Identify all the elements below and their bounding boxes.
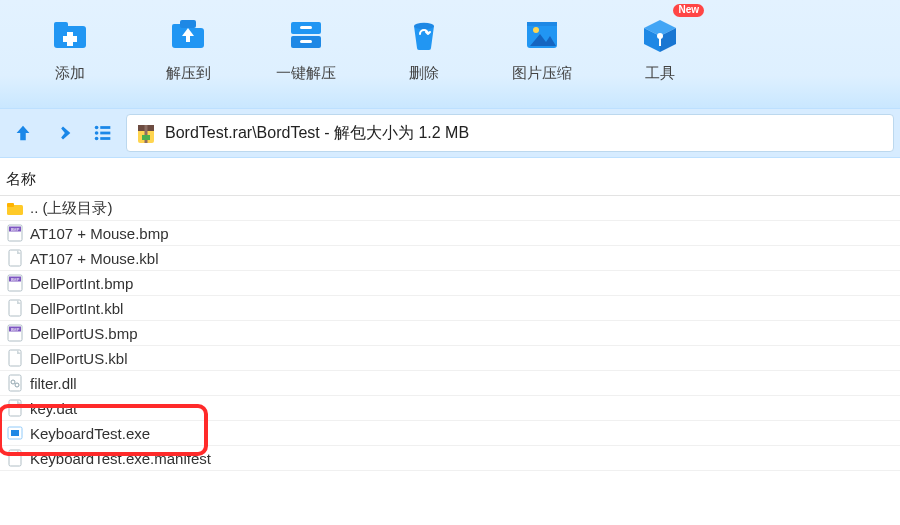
- file-list: 名称 .. (上级目录) BMP AT107 + Mouse.bmp AT107…: [0, 158, 900, 471]
- svg-rect-12: [300, 40, 312, 43]
- address-bar: BordTest.rar\BordTest - 解包大小为 1.2 MB: [0, 108, 900, 158]
- file-name: KeyboardTest.exe.manifest: [30, 450, 211, 467]
- generic-file-icon: [6, 249, 24, 267]
- toolbar-label: 一键解压: [276, 64, 336, 83]
- svg-rect-26: [100, 132, 110, 135]
- file-row[interactable]: filter.dll: [0, 371, 900, 396]
- file-row[interactable]: DellPortUS.kbl: [0, 346, 900, 371]
- generic-file-icon: [6, 399, 24, 417]
- file-row[interactable]: DellPortInt.kbl: [0, 296, 900, 321]
- archive-file-icon: [135, 122, 157, 144]
- recycle-bin-icon: [404, 14, 444, 54]
- folder-up-icon: [168, 14, 208, 54]
- file-name: filter.dll: [30, 375, 77, 392]
- svg-rect-24: [100, 126, 110, 129]
- folder-add-icon: [50, 14, 90, 54]
- toolbar-label: 添加: [55, 64, 85, 83]
- svg-text:BMP: BMP: [11, 277, 20, 282]
- image-icon: [522, 14, 562, 54]
- toolbar-oneclick-extract-button[interactable]: 一键解压: [270, 14, 342, 83]
- bmp-file-icon: BMP: [6, 324, 24, 342]
- file-name: AT107 + Mouse.bmp: [30, 225, 169, 242]
- file-row[interactable]: .. (上级目录): [0, 196, 900, 221]
- nav-up-button[interactable]: [6, 116, 40, 150]
- file-name: key.dat: [30, 400, 77, 417]
- file-name: KeyboardTest.exe: [30, 425, 150, 442]
- toolbar-label: 工具: [645, 64, 675, 83]
- generic-file-icon: [6, 349, 24, 367]
- exe-file-icon: [6, 424, 24, 442]
- file-row[interactable]: AT107 + Mouse.kbl: [0, 246, 900, 271]
- svg-point-23: [95, 126, 99, 130]
- svg-text:BMP: BMP: [11, 327, 20, 332]
- svg-point-13: [414, 23, 434, 29]
- toolbar-delete-button[interactable]: 删除: [388, 14, 460, 83]
- toolbar-tools-button[interactable]: New 工具: [624, 14, 696, 83]
- svg-point-27: [95, 137, 99, 141]
- file-name: AT107 + Mouse.kbl: [30, 250, 159, 267]
- file-row[interactable]: key.dat: [0, 396, 900, 421]
- toolbar-image-compress-button[interactable]: 图片压缩: [506, 14, 578, 83]
- generic-file-icon: [6, 449, 24, 467]
- svg-rect-28: [100, 137, 110, 140]
- svg-rect-11: [300, 26, 312, 29]
- nav-forward-button[interactable]: [46, 116, 80, 150]
- svg-rect-6: [180, 20, 196, 28]
- svg-rect-34: [7, 203, 14, 207]
- file-row[interactable]: KeyboardTest.exe.manifest: [0, 446, 900, 471]
- svg-text:BMP: BMP: [11, 227, 20, 232]
- svg-rect-17: [527, 22, 557, 26]
- svg-rect-8: [186, 34, 190, 42]
- generic-file-icon: [6, 299, 24, 317]
- bmp-file-icon: BMP: [6, 224, 24, 242]
- toolbar-label: 图片压缩: [512, 64, 572, 83]
- cube-icon: [640, 14, 680, 54]
- svg-rect-1: [54, 22, 68, 30]
- toolbar-add-button[interactable]: 添加: [34, 14, 106, 83]
- file-name: DellPortInt.bmp: [30, 275, 133, 292]
- svg-rect-22: [659, 36, 661, 46]
- file-row[interactable]: BMP DellPortInt.bmp: [0, 271, 900, 296]
- dll-file-icon: [6, 374, 24, 392]
- svg-point-25: [95, 131, 99, 135]
- toolbar-label: 删除: [409, 64, 439, 83]
- file-name: DellPortInt.kbl: [30, 300, 123, 317]
- toolbar-label: 解压到: [166, 64, 211, 83]
- column-header-name[interactable]: 名称: [0, 164, 900, 196]
- svg-point-15: [533, 27, 539, 33]
- file-row[interactable]: KeyboardTest.exe: [0, 421, 900, 446]
- toolbar-extract-to-button[interactable]: 解压到: [152, 14, 224, 83]
- file-name: DellPortUS.bmp: [30, 325, 138, 342]
- bmp-file-icon: BMP: [6, 274, 24, 292]
- file-name: .. (上级目录): [30, 199, 113, 218]
- path-text: BordTest.rar\BordTest - 解包大小为 1.2 MB: [165, 123, 469, 144]
- svg-rect-56: [11, 430, 19, 436]
- main-toolbar: 添加 解压到 一键解压: [0, 0, 900, 108]
- file-row[interactable]: BMP AT107 + Mouse.bmp: [0, 221, 900, 246]
- new-badge: New: [673, 4, 704, 17]
- file-row[interactable]: BMP DellPortUS.bmp: [0, 321, 900, 346]
- folder-file-icon: [6, 199, 24, 217]
- view-list-button[interactable]: [86, 116, 120, 150]
- path-input[interactable]: BordTest.rar\BordTest - 解包大小为 1.2 MB: [126, 114, 894, 152]
- svg-rect-3: [63, 36, 77, 42]
- file-name: DellPortUS.kbl: [30, 350, 128, 367]
- drawer-icon: [286, 14, 326, 54]
- svg-rect-31: [145, 125, 148, 143]
- svg-rect-32: [142, 135, 150, 140]
